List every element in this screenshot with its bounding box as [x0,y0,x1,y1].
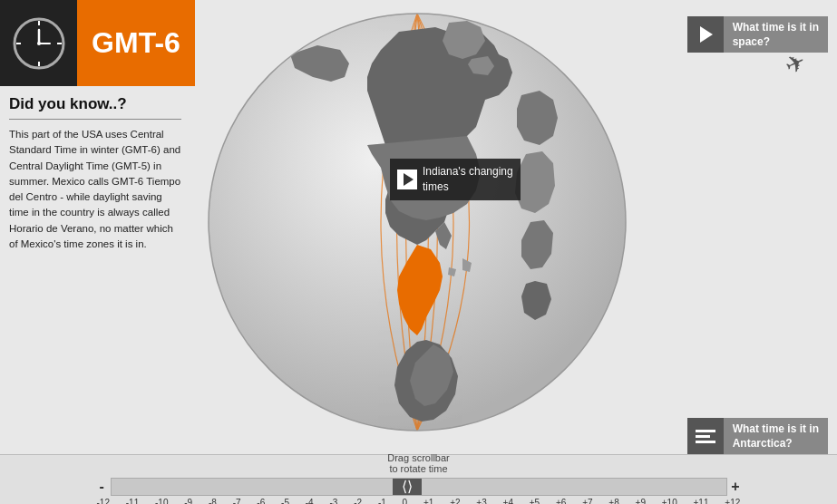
timezone-number: -2 [354,498,362,505]
play-icon [404,173,414,186]
timezone-number: 0 [403,498,408,505]
timezone-number: +5 [530,498,540,505]
timezone-number: -9 [184,498,192,505]
space-text-box: What time is it inspace? [724,16,828,53]
timezone-numbers: -12-11-10-9-8-7-6-5-4-3-2-10+1+2+3+4+5+6… [97,498,741,505]
bottom-bar: Drag scrollbarto rotate time - ⟨⟩ + -12-… [0,454,837,504]
timezone-number: +10 [662,498,677,505]
timezone-number: -7 [233,498,241,505]
ant-line-3 [696,441,715,443]
plus-label: + [731,479,739,495]
antarctica-icon-box[interactable] [687,418,724,454]
space-banner[interactable]: What time is it inspace? [687,16,828,53]
globe-container [154,0,680,444]
scrollbar-thumb[interactable]: ⟨⟩ [393,479,422,495]
timezone-number: +1 [423,498,433,505]
clock-icon [12,16,66,71]
timezone-number: +6 [556,498,566,505]
antarctica-banner[interactable]: What time is it inAntarctica? [687,418,828,454]
timezone-number: -10 [155,498,168,505]
timezone-number: -3 [329,498,337,505]
play-button[interactable] [397,170,417,189]
timezone-number: +7 [582,498,592,505]
timezone-number: -5 [281,498,289,505]
timezone-number: -12 [97,498,110,505]
space-play-icon [700,26,713,43]
timezone-number: -6 [257,498,265,505]
timezone-number: -1 [378,498,386,505]
antarctica-text-box: What time is it inAntarctica? [724,418,828,454]
timezone-number: +8 [608,498,618,505]
timezone-number: +12 [725,498,740,505]
antarctica-lines-icon [696,430,715,443]
ant-line-2 [696,435,710,438]
timezone-number: +11 [694,498,709,505]
ant-line-1 [696,430,715,432]
space-play-button[interactable] [687,16,724,53]
timezone-number: -4 [306,498,314,505]
indiana-label: Indiana's changingtimes [423,164,513,195]
minus-label: - [100,479,104,495]
timezone-number: +4 [503,498,513,505]
timezone-number: +3 [476,498,486,505]
antarctica-text: What time is it inAntarctica? [733,422,819,451]
clock-box [0,0,77,86]
timezone-number: +2 [450,498,460,505]
timezone-number: -11 [126,498,139,505]
indiana-tooltip[interactable]: Indiana's changingtimes [390,159,521,200]
timezone-number: +9 [636,498,646,505]
globe-svg [200,5,635,440]
timezone-number: -8 [209,498,217,505]
space-text: What time is it inspace? [733,20,819,49]
drag-label: Drag scrollbarto rotate time [387,452,449,474]
scrollbar-track[interactable]: ⟨⟩ [111,478,727,496]
